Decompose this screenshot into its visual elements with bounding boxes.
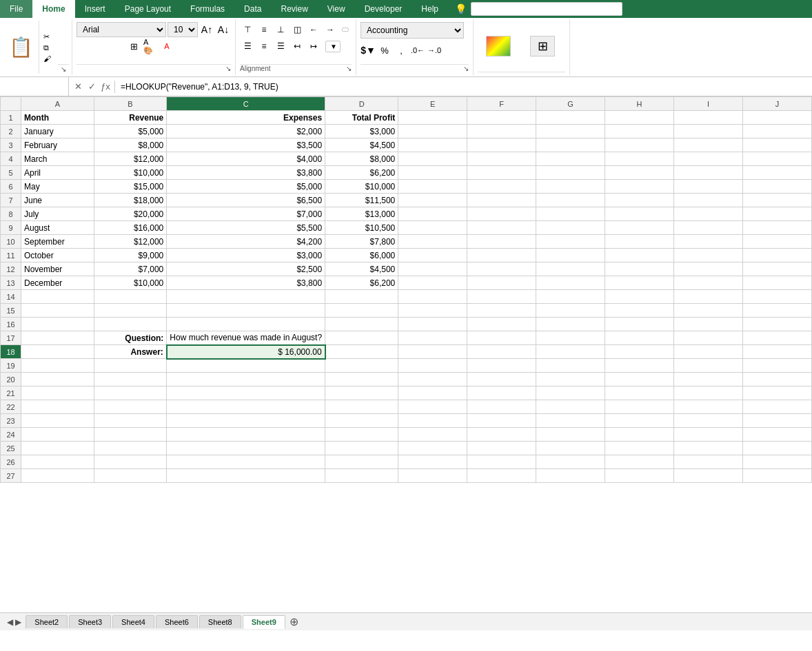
decrease-indent-btn[interactable]: ↤ <box>290 39 305 54</box>
cell-3-1[interactable]: $8,000 <box>94 138 167 152</box>
cell-21-5[interactable] <box>467 386 536 400</box>
cell-4-7[interactable] <box>605 152 674 166</box>
cell-17-1[interactable]: Question: <box>94 331 167 345</box>
cell-4-8[interactable] <box>674 152 743 166</box>
cell-12-0[interactable]: November <box>21 262 94 276</box>
cell-11-4[interactable] <box>398 249 467 262</box>
cell-4-4[interactable] <box>398 152 467 166</box>
cell-1-2[interactable]: Expenses <box>167 111 325 125</box>
cell-8-9[interactable] <box>743 207 812 221</box>
cell-19-2[interactable] <box>167 359 325 373</box>
cell-19-4[interactable] <box>398 359 467 373</box>
cell-15-0[interactable] <box>21 304 94 318</box>
cell-18-3[interactable] <box>325 345 398 359</box>
bold-button[interactable] <box>77 39 92 54</box>
cell-13-3[interactable]: $6,200 <box>325 276 398 290</box>
cell-26-9[interactable] <box>743 455 812 469</box>
cell-12-4[interactable] <box>398 262 467 276</box>
cell-23-9[interactable] <box>743 414 812 428</box>
cell-14-8[interactable] <box>674 290 743 304</box>
merge-center-btn[interactable]: ▼ <box>325 41 341 52</box>
cell-1-5[interactable] <box>467 111 536 125</box>
cell-8-8[interactable] <box>674 207 743 221</box>
format-table-btn[interactable]: ⊞ <box>522 34 563 59</box>
cell-1-6[interactable] <box>536 111 605 125</box>
indent-increase-btn[interactable]: → <box>323 22 338 37</box>
cell-14-2[interactable] <box>167 290 325 304</box>
cell-23-1[interactable] <box>94 414 167 428</box>
cell-22-7[interactable] <box>605 400 674 414</box>
cell-27-4[interactable] <box>398 469 467 483</box>
cell-23-8[interactable] <box>674 414 743 428</box>
cell-7-9[interactable] <box>743 194 812 207</box>
row-header-22[interactable]: 22 <box>1 400 21 414</box>
cell-2-7[interactable] <box>605 125 674 138</box>
cell-6-0[interactable]: May <box>21 180 94 194</box>
row-header-25[interactable]: 25 <box>1 442 21 455</box>
cell-19-3[interactable] <box>325 359 398 373</box>
cell-7-0[interactable]: June <box>21 194 94 207</box>
cell-5-6[interactable] <box>536 166 605 180</box>
cell-26-5[interactable] <box>467 455 536 469</box>
cell-12-9[interactable] <box>743 262 812 276</box>
cell-2-5[interactable] <box>467 125 536 138</box>
cell-4-9[interactable] <box>743 152 812 166</box>
cell-3-0[interactable]: February <box>21 138 94 152</box>
cell-13-5[interactable] <box>467 276 536 290</box>
cell-5-7[interactable] <box>605 166 674 180</box>
cancel-formula-btn[interactable]: ✕ <box>72 81 84 93</box>
row-header-26[interactable]: 26 <box>1 455 21 469</box>
cell-13-6[interactable] <box>536 276 605 290</box>
cell-2-3[interactable]: $3,000 <box>325 125 398 138</box>
row-header-21[interactable]: 21 <box>1 386 21 400</box>
cell-9-3[interactable]: $10,500 <box>325 221 398 235</box>
cell-19-1[interactable] <box>94 359 167 373</box>
row-header-9[interactable]: 9 <box>1 221 21 235</box>
cell-10-4[interactable] <box>398 235 467 249</box>
cell-15-8[interactable] <box>674 304 743 318</box>
cell-18-7[interactable] <box>605 345 674 359</box>
cell-17-4[interactable] <box>398 331 467 345</box>
col-header-e[interactable]: E <box>398 97 467 111</box>
sheet-tab-sheet2[interactable]: Sheet2 <box>26 615 68 628</box>
cut-button[interactable]: ✂ <box>42 32 55 42</box>
cell-22-4[interactable] <box>398 400 467 414</box>
cell-22-0[interactable] <box>21 400 94 414</box>
cell-10-0[interactable]: September <box>21 235 94 249</box>
new-sheet-button[interactable]: ⊕ <box>287 614 302 630</box>
cell-7-5[interactable] <box>467 194 536 207</box>
cell-22-1[interactable] <box>94 400 167 414</box>
cell-21-1[interactable] <box>94 386 167 400</box>
row-header-10[interactable]: 10 <box>1 235 21 249</box>
row-header-4[interactable]: 4 <box>1 152 21 166</box>
cell-15-5[interactable] <box>467 304 536 318</box>
italic-button[interactable] <box>93 39 108 54</box>
cell-2-8[interactable] <box>674 125 743 138</box>
formula-input[interactable] <box>115 82 812 92</box>
tab-data[interactable]: Data <box>234 0 271 18</box>
copy-button[interactable]: ⧉ <box>42 43 55 53</box>
cell-3-6[interactable] <box>536 138 605 152</box>
cell-13-8[interactable] <box>674 276 743 290</box>
cell-11-8[interactable] <box>674 249 743 262</box>
cell-23-6[interactable] <box>536 414 605 428</box>
cell-10-8[interactable] <box>674 235 743 249</box>
cell-27-1[interactable] <box>94 469 167 483</box>
align-center-btn[interactable]: ≡ <box>256 39 272 54</box>
cell-12-1[interactable]: $7,000 <box>94 262 167 276</box>
cell-13-0[interactable]: December <box>21 276 94 290</box>
cell-27-6[interactable] <box>536 469 605 483</box>
cell-9-8[interactable] <box>674 221 743 235</box>
tab-view[interactable]: View <box>318 0 355 18</box>
cell-17-2[interactable]: How much revenue was made in August? <box>167 331 325 345</box>
col-header-c[interactable]: C <box>167 97 325 111</box>
cell-27-7[interactable] <box>605 469 674 483</box>
font-color-btn[interactable]: A <box>159 39 174 54</box>
cell-20-2[interactable] <box>167 373 325 386</box>
cell-17-7[interactable] <box>605 331 674 345</box>
confirm-formula-btn[interactable]: ✓ <box>85 81 98 93</box>
cell-5-3[interactable]: $6,200 <box>325 166 398 180</box>
cell-17-6[interactable] <box>536 331 605 345</box>
cell-25-6[interactable] <box>536 442 605 455</box>
row-header-12[interactable]: 12 <box>1 262 21 276</box>
